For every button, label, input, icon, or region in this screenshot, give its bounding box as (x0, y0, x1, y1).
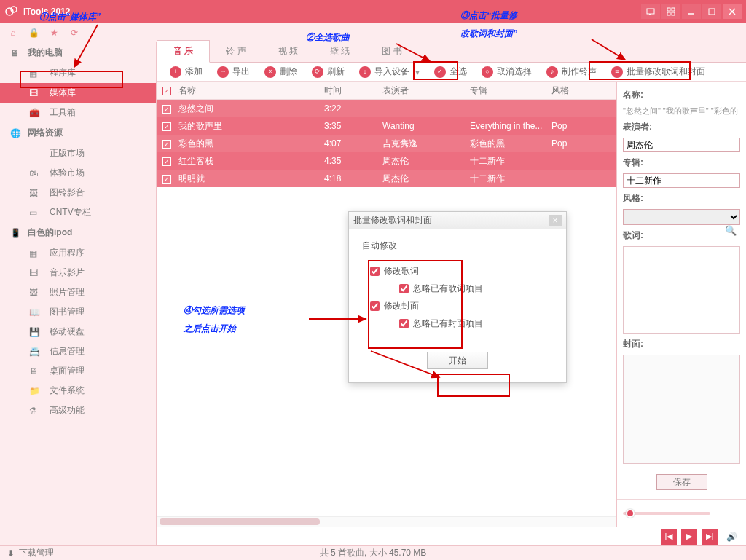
row-checkbox[interactable]: ✓ (162, 157, 171, 166)
deselect-button[interactable]: ○取消选择 (476, 63, 538, 81)
row-checkbox[interactable]: ✓ (162, 122, 171, 131)
sidebar-item-device-desktop[interactable]: 🖥桌面管理 (0, 361, 156, 381)
save-button[interactable]: 保存 (656, 474, 707, 490)
sidebar-item-media[interactable]: 🎞媒体库 (0, 83, 156, 103)
home-icon[interactable]: ⌂ (4, 25, 22, 41)
play-button[interactable]: ▶ (681, 529, 697, 545)
sidebar-item-device-apps[interactable]: ▦应用程序 (0, 243, 156, 263)
group-network[interactable]: 🌐网络资源 (0, 122, 156, 143)
sidebar-item-programs[interactable]: ▦程序库 (0, 63, 156, 83)
add-button[interactable]: +添加 (164, 63, 208, 81)
sidebar-item-device-books[interactable]: 📖图书管理 (0, 302, 156, 322)
x-icon: × (264, 66, 276, 78)
delete-button[interactable]: ×删除 (259, 63, 303, 81)
opt-edit-lyrics[interactable]: 修改歌词 (370, 265, 549, 277)
select-all-button[interactable]: ✓全选 (428, 63, 473, 81)
sidebar-item-device-music[interactable]: 🎞音乐影片 (0, 263, 156, 283)
status-text: 共 5 首歌曲, 大小 45.70 MB (320, 547, 427, 559)
opt-edit-cover[interactable]: 修改封面 (370, 300, 549, 312)
maximize-icon[interactable] (702, 4, 721, 19)
contacts-icon: 📇 (29, 347, 42, 357)
make-ringtone-button[interactable]: ♪制作铃声 (541, 63, 602, 81)
sidebar-item-appstore[interactable]: 正版市场 (0, 143, 156, 163)
bag-icon: 🛍 (29, 168, 42, 178)
close-icon[interactable] (723, 4, 742, 19)
genre-label: 风格: (623, 192, 740, 205)
tab-ringtone[interactable]: 铃 声 (210, 41, 262, 62)
sidebar-item-device-disk[interactable]: 💾移动硬盘 (0, 322, 156, 342)
search-icon[interactable]: 🔍 (725, 225, 737, 236)
album-input[interactable] (623, 173, 740, 188)
dialog-close-icon[interactable]: × (549, 215, 562, 226)
col-album[interactable]: 专辑 (470, 84, 551, 97)
table-row[interactable]: ✓红尘客栈4:35周杰伦十二新作 (157, 152, 616, 170)
detail-panel: 名称: "忽然之间" "我的歌声里" "彩色的 表演者: 专辑: 风格: 歌词:… (616, 82, 746, 527)
annotation-3a: ③点击“批量修 (460, 10, 517, 20)
minimize-icon[interactable] (682, 4, 701, 19)
export-button[interactable]: →导出 (211, 63, 256, 81)
table-row[interactable]: ✓彩色的黑4:07吉克隽逸彩色的黑Pop (157, 135, 616, 152)
lock-icon[interactable]: 🔒 (25, 25, 42, 41)
group-device[interactable]: 📱白色的ipod (0, 222, 156, 243)
artist-input[interactable] (623, 138, 740, 152)
sidebar-item-ringtones[interactable]: 🖼图铃影音 (0, 183, 156, 202)
group-label: 网络资源 (28, 127, 63, 139)
dialog-titlebar[interactable]: 批量修改歌词和封面 × (349, 212, 566, 229)
download-manager-button[interactable]: ⬇下载管理 (7, 547, 54, 559)
col-name[interactable]: 名称 (178, 84, 324, 97)
sidebar-item-device-info[interactable]: 📇信息管理 (0, 342, 156, 361)
download-icon: ⬇ (7, 548, 15, 559)
artist-label: 表演者: (623, 121, 740, 133)
prev-button[interactable]: |◀ (661, 529, 677, 545)
import-device-button[interactable]: ↓导入设备▾ (353, 63, 425, 81)
refresh-button[interactable]: ⟳刷新 (306, 63, 350, 81)
tab-books[interactable]: 图 书 (366, 41, 417, 62)
next-button[interactable]: ▶| (702, 529, 718, 545)
batch-edit-button[interactable]: ≡批量修改歌词和封面 (605, 63, 711, 81)
reload-icon[interactable]: ⟳ (66, 25, 83, 41)
opt-skip-cover[interactable]: 忽略已有封面项目 (399, 318, 549, 330)
svg-rect-8 (709, 9, 715, 15)
sidebar-item-device-advanced[interactable]: ⚗高级功能 (0, 401, 156, 420)
table-row[interactable]: ✓忽然之间3:22 (157, 100, 616, 117)
horizontal-scrollbar[interactable] (157, 516, 616, 527)
lyrics-textarea[interactable] (623, 246, 740, 334)
col-time[interactable]: 时间 (324, 84, 382, 97)
genre-select[interactable] (623, 209, 740, 225)
dialog-start-button[interactable]: 开始 (427, 352, 488, 369)
row-checkbox[interactable]: ✓ (162, 105, 171, 114)
col-artist[interactable]: 表演者 (382, 84, 470, 97)
sidebar-item-cntv[interactable]: ▭CNTV专栏 (0, 202, 156, 222)
sidebar-item-device-photos[interactable]: 🖼照片管理 (0, 283, 156, 302)
apps-icon: ▦ (29, 68, 42, 79)
col-genre[interactable]: 风格 (551, 84, 595, 97)
sidebar-item-device-files[interactable]: 📁文件系统 (0, 381, 156, 401)
chevron-down-icon: ▾ (415, 67, 420, 77)
volume-slider[interactable] (623, 512, 710, 515)
svg-rect-5 (667, 12, 670, 15)
sidebar-item-tools[interactable]: 🧰工具箱 (0, 103, 156, 122)
group-my-computer[interactable]: 🖥我的电脑 (0, 42, 156, 63)
status-bar: ⬇下载管理 共 5 首歌曲, 大小 45.70 MB (0, 545, 746, 560)
titlebar: iTools 2012 (0, 0, 746, 23)
table-row[interactable]: ✓我的歌声里3:35WantingEverything in the...Pop (157, 117, 616, 135)
tab-music[interactable]: 音 乐 (157, 40, 210, 63)
dialog-group-label: 自动修改 (362, 240, 553, 252)
cover-preview[interactable] (623, 355, 740, 464)
sidebar-item-trial[interactable]: 🛍体验市场 (0, 163, 156, 183)
feedback-icon[interactable] (641, 4, 660, 19)
star-icon[interactable]: ★ (45, 25, 63, 41)
volume-icon[interactable]: 🔊 (726, 532, 737, 542)
row-checkbox[interactable]: ✓ (162, 175, 171, 184)
book-icon: 📖 (29, 307, 42, 318)
settings-icon[interactable] (661, 4, 680, 19)
apps-icon: ▦ (29, 248, 42, 259)
disk-icon: 💾 (29, 327, 42, 337)
row-checkbox[interactable]: ✓ (162, 140, 171, 149)
table-row[interactable]: ✓明明就4:18周杰伦十二新作 (157, 170, 616, 187)
batch-edit-dialog: 批量修改歌词和封面 × 自动修改 修改歌词 忽略已有歌词项目 修改封面 忽略已有… (348, 211, 567, 383)
svg-rect-6 (672, 12, 675, 15)
media-tabs: 音 乐 铃 声 视 频 壁 纸 图 书 (157, 42, 746, 63)
header-checkbox[interactable]: ✓ (162, 87, 171, 95)
opt-skip-lyrics[interactable]: 忽略已有歌词项目 (399, 283, 549, 295)
